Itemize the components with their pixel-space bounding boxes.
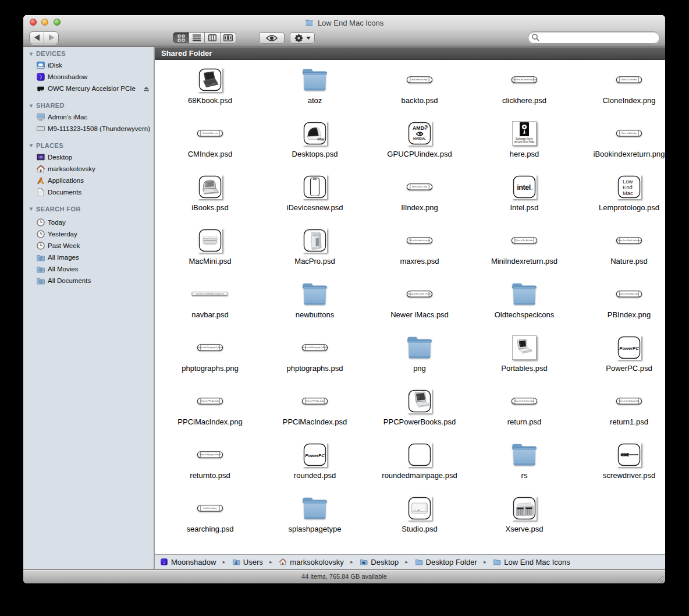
- svg-text:Photos of our Natural Landscap: Photos of our Natural Landscapes: [617, 239, 641, 242]
- svg-text:Return to PowerBook Index: Return to PowerBook Index: [620, 293, 640, 295]
- svg-text:NVIDIA.: NVIDIA.: [413, 137, 426, 140]
- svg-text:Return to Mac Mini Index: Return to Mac Mini Index: [516, 239, 534, 242]
- svg-text:Search for software: Search for software: [203, 507, 217, 509]
- svg-text:Return to PPC iMac Index: Return to PPC iMac Index: [201, 400, 219, 402]
- svg-text:Return to Webpages and more: Return to Webpages and more: [200, 454, 221, 456]
- svg-text:AMD: AMD: [413, 125, 424, 131]
- svg-text:PowerPC: PowerPC: [619, 346, 639, 351]
- svg-text:Return to iBook Index: Return to iBook Index: [621, 132, 637, 134]
- svg-text:Return to Clone Index: Return to Clone Index: [621, 79, 637, 81]
- svg-text:Click on the above for max res: Click on the above for max res: [409, 239, 431, 242]
- svg-text:Intel-based iMacs (2006 - Pres: Intel-based iMacs (2006 - Present): [407, 293, 431, 295]
- svg-text:Return to PPC iMac Index: Return to PPC iMac Index: [306, 400, 324, 402]
- svg-text:Click here to find where to bu: Click here to find where to buy Macs: [512, 79, 537, 81]
- svg-text:Mac: Mac: [623, 190, 633, 196]
- svg-text:PowerPC: PowerPC: [305, 453, 325, 458]
- svg-text:Software here: Software here: [516, 137, 533, 140]
- svg-text:Return to the Photography Coll: Return to the Photography Collection: [197, 346, 223, 349]
- svg-text:intel: intel: [517, 183, 531, 192]
- svg-text:Icons for the Low End Mac navi: Icons for the Low End Mac navigation bar: [196, 293, 224, 295]
- svg-text:Return to the Hardware Index: Return to the Hardware Index: [619, 400, 640, 402]
- svg-text:at Low End Mac: at Low End Mac: [514, 140, 535, 143]
- svg-text:Return to the Photography Coll: Return to the Photography Collection: [302, 346, 328, 349]
- svg-text:Return to Mac II Index: Return to Mac II Index: [412, 186, 428, 188]
- svg-text:Short-lived Macs intro: Short-lived Macs intro: [203, 132, 218, 134]
- svg-text:Back to Previous Page: Back to Previous Page: [411, 79, 428, 81]
- svg-text:Return to Tech Spec Index: Return to Tech Spec Index: [515, 400, 534, 402]
